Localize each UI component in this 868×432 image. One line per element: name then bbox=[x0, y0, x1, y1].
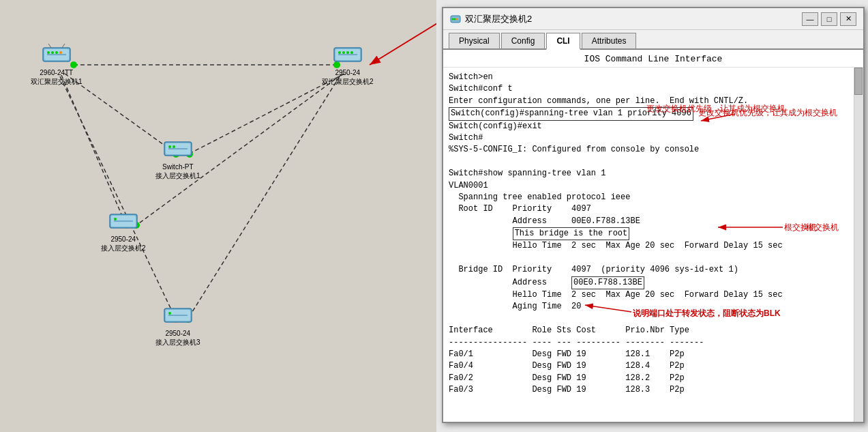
device-sw3[interactable]: Switch-PT 接入层交换机1 bbox=[155, 136, 200, 180]
svg-point-48 bbox=[454, 18, 456, 20]
device-sw1[interactable]: 2960-24TT 双汇聚层交换机1 bbox=[31, 42, 83, 86]
cli-body[interactable]: Switch>en Switch#conf t Enter configurat… bbox=[443, 68, 863, 422]
svg-line-24 bbox=[48, 44, 51, 48]
svg-point-49 bbox=[456, 18, 458, 20]
tab-config[interactable]: Config bbox=[501, 33, 545, 48]
dialog-window: 双汇聚层交换机2 — □ ✕ Physical Config CLI Attri… bbox=[442, 7, 865, 423]
dialog-title: 双汇聚层交换机2 bbox=[465, 13, 532, 25]
svg-point-31 bbox=[346, 51, 349, 54]
svg-line-5 bbox=[60, 76, 176, 319]
svg-point-32 bbox=[350, 51, 353, 54]
svg-line-6 bbox=[188, 76, 340, 319]
svg-point-41 bbox=[114, 218, 117, 220]
cli-text-area: Switch>en Switch#conf t Enter configurat… bbox=[449, 72, 847, 397]
title-bar: 双汇聚层交换机2 — □ ✕ bbox=[443, 8, 863, 30]
svg-point-37 bbox=[173, 145, 175, 148]
svg-line-25 bbox=[62, 44, 65, 48]
maximize-button[interactable]: □ bbox=[821, 12, 837, 26]
annotation-root: 根交换机 bbox=[806, 222, 839, 233]
device-sw5-label: 2950-24 接入层交换机3 bbox=[155, 329, 200, 347]
device-sw3-label: Switch-PT 接入层交换机1 bbox=[155, 162, 200, 180]
device-sw2[interactable]: 2950-24 双汇聚层交换机2 bbox=[322, 42, 374, 86]
topology-canvas: 2960-24TT 双汇聚层交换机1 2950-24 双汇聚层交换机2 Swit… bbox=[0, 0, 436, 432]
svg-point-23 bbox=[59, 51, 62, 54]
device-sw4[interactable]: 2950-24 接入层交换机2 bbox=[101, 209, 146, 253]
svg-line-3 bbox=[61, 75, 126, 225]
svg-point-21 bbox=[51, 51, 54, 54]
svg-point-30 bbox=[342, 51, 345, 54]
svg-point-47 bbox=[452, 18, 454, 20]
svg-point-22 bbox=[55, 51, 58, 54]
svg-line-2 bbox=[190, 74, 344, 154]
svg-point-20 bbox=[47, 51, 50, 54]
device-sw2-label: 2950-24 双汇聚层交换机2 bbox=[322, 68, 374, 86]
tab-cli[interactable]: CLI bbox=[546, 33, 580, 50]
annotation-priority: 更改交换机优先级，让其成为根交换机 bbox=[698, 107, 837, 119]
device-sw5[interactable]: 2950-24 接入层交换机3 bbox=[155, 303, 200, 347]
svg-point-36 bbox=[168, 145, 171, 148]
minimize-button[interactable]: — bbox=[802, 12, 818, 26]
svg-line-16 bbox=[370, 20, 436, 65]
content-area: IOS Command Line Interface Switch>en Swi… bbox=[443, 50, 863, 422]
device-sw4-label: 2950-24 接入层交换机2 bbox=[101, 235, 146, 253]
window-controls: — □ ✕ bbox=[802, 12, 856, 26]
tab-bar: Physical Config CLI Attributes bbox=[443, 30, 863, 50]
switch-icon bbox=[450, 14, 461, 25]
cli-title: IOS Command Line Interface bbox=[443, 50, 863, 68]
svg-point-45 bbox=[168, 312, 171, 315]
tab-attributes[interactable]: Attributes bbox=[582, 33, 637, 48]
close-button[interactable]: ✕ bbox=[840, 12, 856, 26]
svg-point-29 bbox=[338, 51, 341, 54]
tab-physical[interactable]: Physical bbox=[449, 33, 500, 48]
scrollbar-thumb[interactable] bbox=[854, 68, 863, 95]
scrollbar[interactable] bbox=[854, 68, 863, 422]
device-sw1-label: 2960-24TT 双汇聚层交换机1 bbox=[31, 68, 83, 86]
